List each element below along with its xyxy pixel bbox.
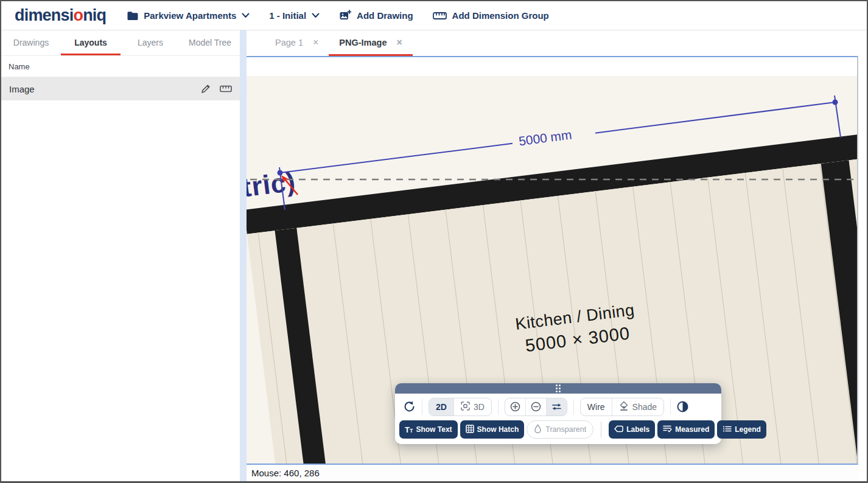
fit-swap-button[interactable] — [546, 398, 567, 415]
grip-dots-icon — [556, 384, 561, 392]
list-column-header: Name — [1, 56, 240, 77]
toolbar-drag-handle[interactable] — [395, 383, 721, 394]
toolbar-row-view: 2D 3D — [395, 394, 721, 420]
list-icon — [723, 425, 732, 434]
chevron-down-icon — [242, 13, 250, 18]
app-header: dimensioniq Parkview Apartments 1 - Init… — [1, 1, 867, 30]
chevron-down-icon — [312, 13, 320, 18]
legend-button[interactable]: Legend — [717, 420, 766, 439]
view-2d-label: 2D — [436, 402, 447, 412]
view-2d-button[interactable]: 2D — [429, 398, 453, 415]
view-3d-button[interactable]: 3D — [453, 398, 491, 415]
toolbar-row-display: TT Show Text Show Hatch — [395, 420, 721, 444]
tab-layers[interactable]: Layers — [121, 30, 180, 55]
labels-button[interactable]: Labels — [609, 420, 655, 439]
wall-right — [821, 160, 857, 464]
sidebar: Drawings Layouts Layers Model Tree Name … — [1, 30, 240, 481]
show-hatch-label: Show Hatch — [477, 425, 519, 434]
logo-part: niq — [83, 6, 106, 24]
wire-button[interactable]: Wire — [581, 398, 612, 415]
wall-left — [275, 228, 363, 464]
main-area: Drawings Layouts Layers Model Tree Name … — [1, 30, 867, 481]
zoom-group — [505, 398, 567, 416]
view-3d-label: 3D — [474, 402, 485, 412]
measured-button[interactable]: Measured — [657, 420, 715, 439]
show-text-label: Show Text — [416, 425, 452, 434]
zoom-in-button[interactable] — [505, 398, 525, 415]
shade-button[interactable]: Shade — [612, 398, 663, 415]
add-drawing-label: Add Drawing — [357, 10, 413, 21]
show-hatch-button[interactable]: Show Hatch — [460, 420, 525, 439]
transparent-button[interactable]: Transparent — [527, 420, 593, 439]
layout-row-image[interactable]: Image — [1, 77, 240, 100]
show-text-button[interactable]: TT Show Text — [399, 420, 458, 439]
shade-label: Shade — [632, 402, 657, 412]
contrast-button[interactable] — [677, 401, 688, 412]
folder-icon — [127, 10, 138, 21]
name-header-label: Name — [9, 62, 30, 71]
dimension-mode-group: 2D 3D — [429, 398, 492, 416]
label-tag-icon — [614, 425, 623, 434]
render-mode-group: Wire Shade — [580, 398, 664, 416]
zoom-out-button[interactable] — [525, 398, 546, 415]
transparent-label: Transparent — [545, 425, 586, 434]
document-tabs: Page 1 × PNG-Image × — [247, 30, 858, 56]
text-case-icon: TT — [405, 426, 413, 434]
labels-label: Labels — [626, 425, 649, 434]
tab-label: Page 1 — [275, 38, 303, 47]
tab-label: PNG-Image — [339, 38, 387, 47]
add-drawing-button[interactable]: Add Drawing — [339, 10, 413, 21]
ruler-icon — [433, 12, 447, 20]
app-logo: dimensioniq — [15, 6, 106, 25]
mouse-coordinates: Mouse: 460, 286 — [251, 468, 320, 478]
close-icon[interactable]: × — [313, 38, 318, 47]
tab-drawings[interactable]: Drawings — [1, 30, 61, 55]
hatch-grid-icon — [466, 425, 474, 435]
measured-label: Measured — [675, 425, 709, 434]
status-bar: Mouse: 460, 286 — [247, 465, 858, 481]
tab-model-tree[interactable]: Model Tree — [180, 30, 240, 55]
add-image-icon — [339, 10, 351, 21]
logo-part: o — [73, 6, 83, 24]
app-window: dimensioniq Parkview Apartments 1 - Init… — [0, 0, 868, 483]
measure-ruler-icon[interactable] — [220, 85, 232, 92]
version-selector[interactable]: 1 - Initial — [269, 10, 320, 21]
sidebar-tabs: Drawings Layouts Layers Model Tree — [1, 30, 240, 56]
list-check-icon — [663, 425, 672, 434]
edit-pencil-icon[interactable] — [201, 84, 211, 94]
tab-page-1[interactable]: Page 1 × — [265, 30, 329, 56]
version-name: 1 - Initial — [269, 10, 306, 21]
viewer-toolbar: 2D 3D — [395, 383, 721, 444]
project-name: Parkview Apartments — [144, 10, 236, 21]
add-dimension-group-label: Add Dimension Group — [452, 10, 549, 21]
drawing-canvas[interactable]: Kitchen / Dining 5000 × 3000 tric) — [247, 56, 858, 465]
room-label: Kitchen / Dining 5000 × 3000 — [480, 296, 673, 361]
project-selector[interactable]: Parkview Apartments — [127, 10, 250, 21]
close-icon[interactable]: × — [396, 38, 402, 47]
wire-label: Wire — [587, 402, 605, 412]
droplet-icon — [534, 424, 542, 435]
legend-label: Legend — [735, 425, 761, 434]
paint-bucket-icon — [619, 401, 629, 412]
layout-row-label: Image — [9, 84, 35, 94]
content-area: Page 1 × PNG-Image × — [247, 30, 867, 481]
tab-png-image[interactable]: PNG-Image × — [329, 30, 413, 56]
sidebar-canvas-divider — [240, 30, 247, 481]
tab-layouts[interactable]: Layouts — [61, 30, 121, 55]
cube-rotate-icon — [461, 401, 470, 412]
rotate-view-button[interactable] — [403, 400, 416, 413]
add-dimension-group-button[interactable]: Add Dimension Group — [433, 10, 549, 21]
logo-part: dimensi — [15, 6, 73, 24]
